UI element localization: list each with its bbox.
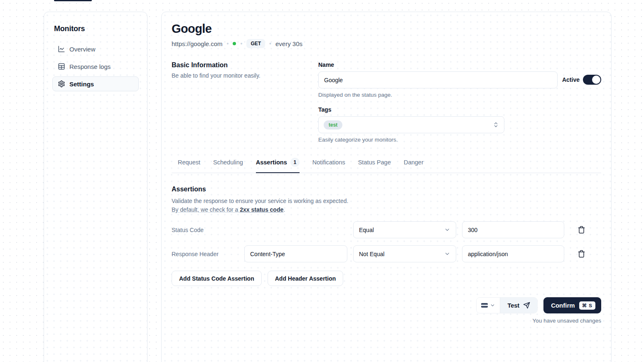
region-select-button[interactable] (477, 298, 500, 313)
active-toggle[interactable] (583, 75, 601, 85)
tags-select[interactable]: test (318, 116, 504, 133)
separator-dot: • (240, 40, 242, 47)
delete-assertion-button[interactable] (576, 248, 587, 259)
chevron-down-icon (444, 251, 450, 257)
tab-label: Status Page (358, 159, 391, 166)
tab-notifications[interactable]: Notifications (312, 158, 345, 173)
tab-label: Assertions (256, 159, 287, 166)
name-field-group: Name Displayed on the status page. (318, 61, 558, 98)
tab-label: Scheduling (213, 159, 243, 166)
add-header-assertion-button[interactable]: Add Header Assertion (268, 271, 344, 286)
separator-dot: • (269, 40, 271, 47)
page-layout: Monitors Overview Response logs Settings… (0, 0, 644, 362)
tags-label: Tags (318, 106, 601, 113)
monitor-frequency: every 30s (275, 40, 302, 47)
assertion-row-status-code: Status Code Equal (172, 221, 601, 238)
monitor-url: https://google.com (172, 40, 223, 47)
tab-assertions[interactable]: Assertions 1 (256, 158, 300, 173)
assertion-row-response-header: Response Header Not Equal (172, 245, 601, 262)
test-button[interactable]: Test (500, 298, 537, 313)
table-icon (58, 63, 65, 70)
comparator-select[interactable]: Not Equal (353, 245, 456, 262)
assertions-title: Assertions (172, 186, 601, 193)
assertion-type-label: Response Header (172, 251, 238, 257)
trash-icon (578, 250, 585, 258)
topnav-active-tab-indicator (54, 0, 92, 1)
tab-label: Notifications (312, 159, 345, 166)
tab-status-page[interactable]: Status Page (358, 158, 391, 173)
separator-dot: • (227, 40, 229, 47)
chevron-down-icon (444, 227, 450, 233)
assertions-description-line2: By default, we check for a 2xx status co… (172, 206, 283, 213)
tab-label: Request (178, 159, 200, 166)
chevron-down-icon (490, 303, 495, 308)
basic-information-intro: Basic Information Be able to find your m… (172, 61, 318, 143)
trash-icon (578, 226, 585, 234)
assertions-description-line1: Validate the response to ensure your ser… (172, 198, 348, 204)
name-row: Name Displayed on the status page. Activ… (318, 61, 601, 98)
http-method-badge: GET (246, 39, 265, 48)
gear-icon (58, 80, 65, 88)
monitor-title: Google (172, 22, 601, 36)
sidebar-item-settings[interactable]: Settings (52, 76, 139, 91)
basic-information-section: Basic Information Be able to find your m… (172, 61, 601, 143)
assertions-description: Validate the response to ensure your ser… (172, 197, 601, 214)
tab-danger[interactable]: Danger (404, 158, 424, 173)
monitor-meta: https://google.com • • GET • every 30s (172, 39, 601, 48)
toggle-knob (592, 76, 600, 84)
add-assertion-buttons: Add Status Code Assertion Add Header Ass… (172, 271, 601, 286)
name-label: Name (318, 61, 558, 68)
tags-helper: Easily categorize your monitors. (318, 137, 601, 143)
comparator-value: Not Equal (359, 251, 384, 257)
add-status-code-assertion-button[interactable]: Add Status Code Assertion (172, 271, 262, 286)
tag-pill: test (324, 120, 342, 130)
comparator-value: Equal (359, 227, 374, 233)
keyboard-shortcut-badge: ⌘ S (579, 301, 595, 310)
sidebar-item-label: Overview (69, 46, 96, 53)
footer-actions: Test Confirm ⌘ S (172, 297, 601, 313)
test-button-label: Test (507, 302, 519, 309)
sidebar-item-response-logs[interactable]: Response logs (52, 59, 139, 74)
name-input[interactable] (318, 71, 558, 88)
active-toggle-group: Active (562, 61, 601, 85)
comparator-select[interactable]: Equal (353, 221, 456, 238)
tags-field-group: Tags test Easily categorize your monitor… (318, 106, 601, 143)
monitor-settings-panel: Google https://google.com • • GET • ever… (161, 12, 612, 362)
sidebar-item-label: Response logs (69, 63, 111, 70)
unsaved-changes-text: You have unsaved changes (172, 318, 601, 324)
status-green-dot (233, 42, 236, 45)
assertion-value-input[interactable] (462, 221, 564, 238)
tab-scheduling[interactable]: Scheduling (213, 158, 243, 173)
tab-request[interactable]: Request (178, 158, 200, 173)
sidebar-item-label: Settings (69, 81, 94, 88)
assertion-key-input[interactable] (244, 245, 347, 262)
send-icon (523, 302, 530, 309)
settings-tabs: Request Scheduling Assertions 1 Notifica… (172, 158, 601, 173)
test-button-group: Test (476, 297, 538, 313)
sidebar-item-overview[interactable]: Overview (52, 42, 139, 56)
assertions-count-badge: 1 (290, 158, 300, 167)
assertion-type-label: Status Code (172, 227, 238, 233)
chevrons-up-down-icon (493, 122, 499, 128)
tab-label: Danger (404, 159, 424, 166)
assertion-value-input[interactable] (462, 245, 564, 262)
delete-assertion-button[interactable] (576, 224, 587, 235)
region-flag-icon (481, 303, 488, 308)
confirm-button[interactable]: Confirm ⌘ S (543, 297, 601, 313)
section-title: Basic Information (172, 61, 318, 69)
assertions-header: Assertions Validate the response to ensu… (172, 186, 601, 214)
active-label: Active (562, 76, 580, 83)
line-chart-icon (58, 45, 65, 53)
name-helper: Displayed on the status page. (318, 92, 558, 98)
section-description: Be able to find your monitor easily. (172, 72, 318, 79)
basic-information-fields: Name Displayed on the status page. Activ… (318, 61, 601, 143)
monitors-sidebar: Monitors Overview Response logs Settings (44, 12, 147, 362)
sidebar-title: Monitors (54, 24, 139, 33)
confirm-button-label: Confirm (551, 302, 575, 309)
